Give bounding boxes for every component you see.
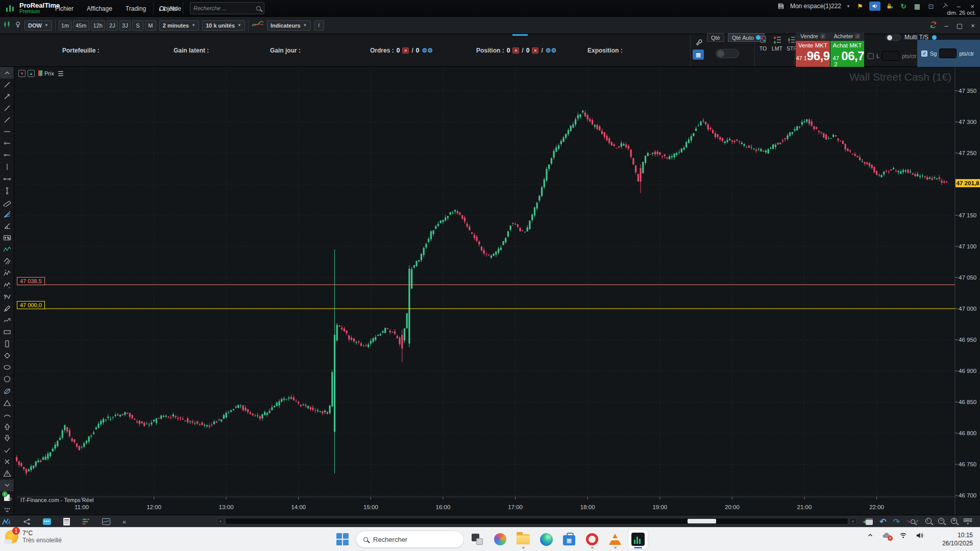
elliott-abc-tool[interactable] [0,279,14,291]
close-position-icon-2[interactable]: ✕ [532,47,538,54]
collapse-up-icon[interactable] [0,67,14,79]
keypad-icon[interactable]: ▦ [913,2,922,11]
calendar-back-button[interactable]: ◀ [863,515,873,528]
pencil-tool[interactable] [0,303,14,314]
trailing-stop-input[interactable] [939,48,957,58]
store-app-button[interactable]: ▦ [559,530,579,549]
arc-tool[interactable] [0,409,14,420]
timeframe-m[interactable]: M [145,20,156,31]
sell-market-button[interactable]: Vente MKT 47 196,9 [796,41,830,67]
chart-list-menu-icon[interactable]: ☰ [58,69,64,78]
keyboard-trading-button[interactable]: ▦ [693,49,704,60]
info-button[interactable]: i [314,20,324,31]
task-view-app-button[interactable] [468,530,487,549]
segment-tool[interactable] [0,173,14,185]
freehand-tool[interactable] [0,314,14,326]
explorer-app-button[interactable] [513,530,533,549]
info-icon[interactable]: i [820,34,825,39]
start-button[interactable] [333,530,352,549]
close-panel-icon[interactable]: × [969,22,977,30]
rectangle-horizontal-tool[interactable] [0,326,14,338]
vlc-app-button[interactable] [605,530,625,549]
wifi-icon[interactable] [898,531,908,540]
scroll-right-button[interactable]: › [849,518,856,524]
tray-chevron-icon[interactable] [866,531,875,540]
position-settings-icon[interactable]: ⚙⚙ [546,47,557,54]
candlestick-view-icon[interactable] [3,20,11,31]
chart-window-button[interactable] [102,515,110,528]
timeframe-2j[interactable]: 2J [107,20,118,31]
chat-button[interactable]: ••• [43,515,51,528]
arrow-up-icon[interactable] [0,420,14,432]
horizontal-ray-left-tool[interactable] [0,138,14,149]
workspace-selector[interactable]: Mon espace(1)222 [790,2,841,11]
fibonacci-fan-tool[interactable] [0,208,14,220]
save-workspace-button[interactable] [776,2,786,11]
zoom-fit-button[interactable]: ↕ [925,515,932,528]
trailing-stop-checkbox[interactable]: ✓ [921,51,927,57]
ruler-tool[interactable] [0,196,14,208]
sound-button[interactable] [869,2,880,11]
more-tools-icon[interactable] [0,503,14,515]
news-button[interactable] [63,515,70,528]
angle-tool[interactable] [0,220,14,232]
close-position-icon[interactable]: ✕ [512,47,519,54]
stop-loss-checkbox[interactable] [868,53,874,59]
indicators-selector[interactable]: Indicateurs▼ [267,20,311,31]
period-selector[interactable]: 2 minutes▼ [159,20,199,31]
info-icon[interactable]: i [855,34,860,39]
timeframe-1m[interactable]: 1m [59,20,71,31]
zoom-selection-button[interactable]: ➘➚ [906,515,919,528]
elliott-numbers-tool[interactable] [0,267,14,279]
zoom-out-button[interactable]: − [938,515,944,528]
flag-icon[interactable]: ⚑ [855,2,865,11]
ellipse-tool[interactable] [0,362,14,373]
arrow-line-tool[interactable] [0,90,14,102]
chart-panel[interactable]: ⚙1 Wall Street Cash (1€) ▼ ▲ Prix ☰ 47 3… [0,67,980,515]
pattern-xabcd-tool[interactable] [0,291,14,303]
onedrive-icon[interactable]: ✕ [882,531,891,540]
taskbar-search[interactable]: Rechercher [356,531,464,548]
percent-move-tool[interactable] [0,232,14,244]
vertical-line-tool[interactable] [0,161,14,173]
weather-widget[interactable]: 1 7°C Très ensoleillé [5,530,62,544]
order-settings-button[interactable] [693,37,704,47]
rectangle-vertical-tool[interactable] [0,338,14,350]
timeframe-s[interactable]: S [132,20,143,31]
price-line-label[interactable]: 47 038,5 [17,277,45,285]
units-selector[interactable]: 10 k unités▼ [202,20,245,31]
rotated-ellipse-tool[interactable] [0,385,14,397]
cancel-orders-icon[interactable]: ✕ [402,47,409,54]
order-book-button[interactable] [82,515,90,528]
zoom-in-button[interactable]: + [951,515,957,528]
menu-aide[interactable]: Aide [158,0,181,17]
menu-trading[interactable]: Trading [125,3,147,14]
ray-line-tool[interactable] [0,114,14,126]
refresh-icon[interactable]: ↻ [899,2,908,11]
candlestick-chart[interactable] [0,67,980,515]
timeframe-12h[interactable]: 12h [91,20,105,31]
multi-ts-toggle[interactable] [886,34,901,41]
axis-settings-button[interactable]: ▼ [964,515,972,528]
price-style-button[interactable]: Prix [38,69,54,78]
scrollbar-track[interactable] [225,518,848,524]
scroll-left-button[interactable]: ‹ [217,518,224,524]
opera-app-button[interactable] [582,530,602,549]
check-mark-tool[interactable] [0,444,14,456]
edge-app-button[interactable] [536,530,556,549]
horizontal-line-tool[interactable] [0,126,14,138]
share-button[interactable] [23,515,31,528]
lock-icon[interactable] [885,2,894,11]
cross-mark-tool[interactable] [0,456,14,468]
triangle-tool[interactable] [0,397,14,409]
extended-line-tool[interactable] [0,102,14,114]
minimize-panel-icon[interactable]: – [942,22,950,30]
buy-market-button[interactable]: Achat MKT 47 206,7 [830,41,864,67]
qty-toggle[interactable] [716,49,739,58]
arrow-down-icon[interactable] [0,432,14,444]
search-input[interactable]: Recherche ... [190,2,264,14]
screenshot-icon[interactable]: ⊡ [926,2,936,11]
menu-affichage[interactable]: Affichage [86,3,113,14]
menu-fichier[interactable]: Fichier [54,3,75,14]
pitchfork-tool[interactable] [0,256,14,267]
